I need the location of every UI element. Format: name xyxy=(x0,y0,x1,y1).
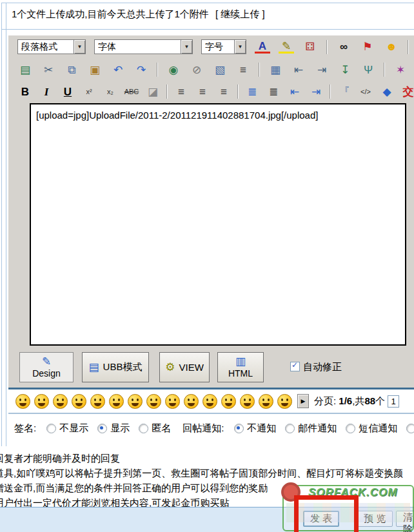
help-line: 回复者才能明确并及时的回复 xyxy=(0,451,414,466)
exchange-icon[interactable]: 交 xyxy=(400,84,414,99)
html-mode-button[interactable]: ▥ HTML xyxy=(217,352,264,382)
image-icon[interactable]: ▧ xyxy=(212,63,228,77)
dice-icon[interactable]: ⚃ xyxy=(302,40,318,54)
cell-properties-icon[interactable]: Ψ xyxy=(360,63,376,77)
preview-button[interactable]: 预 览 xyxy=(357,511,393,527)
emoticon-wink[interactable] xyxy=(128,394,143,409)
horizontal-rule-icon[interactable]: ≡ xyxy=(235,63,251,77)
autocorrect-checkbox[interactable] xyxy=(290,362,300,371)
font-size-value: 字号 xyxy=(205,41,223,53)
emoticon-rolling-eyes[interactable] xyxy=(165,394,180,409)
signature-radio-显示[interactable] xyxy=(97,424,107,433)
emoticon-big-grin[interactable] xyxy=(34,394,49,409)
emoticon-cry[interactable] xyxy=(259,394,273,409)
chevron-down-icon[interactable]: ▼ xyxy=(74,40,85,54)
table-icon[interactable]: ▦ xyxy=(268,63,283,77)
find-icon[interactable]: ∞ xyxy=(336,40,351,54)
security-shield-icon[interactable]: ◆ xyxy=(379,84,395,99)
design-mode-label: Design xyxy=(32,368,61,379)
quote-icon[interactable]: 『 xyxy=(337,84,352,99)
notify-radio-不通知[interactable] xyxy=(234,424,244,433)
emoticon-blush[interactable] xyxy=(72,394,86,409)
font-family-select[interactable]: 字体 ▼ xyxy=(94,39,193,54)
insert-row-icon[interactable]: ↧ xyxy=(337,63,353,77)
underline-icon[interactable]: U xyxy=(60,84,75,99)
chevron-down-icon[interactable]: ▼ xyxy=(181,40,192,54)
paragraph-format-select[interactable]: 段落格式 ▼ xyxy=(17,39,86,54)
emoticon-grimace[interactable] xyxy=(184,394,199,409)
continue-upload-link[interactable]: [ 继续上传 ] xyxy=(215,8,265,19)
emoticon-page-input[interactable] xyxy=(388,395,399,408)
align-center-icon[interactable]: ≡ xyxy=(195,84,210,99)
emoticon-pout[interactable] xyxy=(202,394,217,409)
emoticon-icon[interactable]: ☻ xyxy=(384,40,399,54)
toolbar-separator xyxy=(166,84,168,99)
font-color-icon[interactable]: A xyxy=(255,41,270,54)
unordered-list-icon[interactable]: ≣ xyxy=(266,84,281,99)
align-right-icon[interactable]: ≡ xyxy=(216,84,232,99)
emoticon-furious[interactable] xyxy=(109,394,124,409)
toolbar-row-3: BIUx²x₂ABC◪≡≡≡≣≣⇤⇥『</>◆交 xyxy=(17,84,414,99)
signature-radio-匿名[interactable] xyxy=(139,424,148,433)
copy-icon[interactable]: ⧉ xyxy=(64,63,79,77)
clear-button[interactable]: 清除 xyxy=(396,511,414,527)
merge-cells-icon[interactable]: ⇤ xyxy=(291,63,306,77)
flash-icon[interactable]: ✶ xyxy=(393,63,408,77)
toolbar-separator xyxy=(237,84,239,99)
signature-radio-不显示[interactable] xyxy=(46,424,56,433)
superscript-icon[interactable]: x² xyxy=(81,84,97,99)
ubb-mode-label: UBB模式 xyxy=(103,361,143,373)
code-icon[interactable]: </> xyxy=(358,84,373,99)
publish-button[interactable]: 发 表 xyxy=(303,511,339,527)
bold-icon[interactable]: B xyxy=(17,84,33,99)
cut-icon[interactable]: ✂ xyxy=(41,63,56,77)
toolbar-row-1: 段落格式 ▼ 字体 ▼ 字号 ▼ A✎⚃∞⚑☻ xyxy=(17,39,409,54)
eraser-icon[interactable]: ◪ xyxy=(145,84,161,99)
emoticon-shy[interactable] xyxy=(146,394,161,409)
indent-icon[interactable]: ⇥ xyxy=(308,84,324,99)
notify-radio-邮件通知[interactable] xyxy=(285,424,295,433)
emoticon-total-count: 88 xyxy=(364,395,375,406)
align-left-icon[interactable]: ≡ xyxy=(173,84,189,99)
emoticon-page-number: 1/6 xyxy=(339,395,352,406)
paste-icon[interactable]: ▣ xyxy=(87,63,103,77)
help-line: 道具,如吖噗鸡可以将帖子提升到第一页、救生圈可将帖子固顶部分时间、醒目灯可将标题… xyxy=(0,466,414,480)
notify-radio-短信通知[interactable] xyxy=(346,424,355,433)
outdent-icon[interactable]: ⇤ xyxy=(287,84,302,99)
ubb-mode-button[interactable]: ▤ UBB模式 xyxy=(82,352,149,382)
italic-icon[interactable]: I xyxy=(39,84,54,99)
emoticon-angry[interactable] xyxy=(240,394,255,409)
emoticon-cool[interactable] xyxy=(90,394,105,409)
notify-radio-label: 邮件通知 xyxy=(298,422,337,435)
emoticon-wave[interactable] xyxy=(221,394,236,409)
emoticon-astonished[interactable] xyxy=(277,394,292,409)
emoticon-bar: ▶ 分页: 1/6,共88个 xyxy=(8,389,414,413)
font-size-select[interactable]: 字号 ▼ xyxy=(201,39,246,54)
post-content-textarea[interactable]: [upload=jpg]UploadFile/2011-2/2011219114… xyxy=(30,103,406,346)
design-mode-button[interactable]: ✎ Design xyxy=(19,352,74,382)
notify-radio-label: 短信通知 xyxy=(359,422,397,435)
undo-icon[interactable]: ↶ xyxy=(110,63,126,77)
signature-radio-label: 显示 xyxy=(110,422,130,435)
emoticon-bar-divider xyxy=(8,413,414,414)
html-doc-icon: ▥ xyxy=(235,356,246,367)
dictionary-icon[interactable]: ⚑ xyxy=(360,40,375,54)
notify-radio-邮件[interactable] xyxy=(406,424,414,433)
emoticon-frown[interactable] xyxy=(53,394,68,409)
emoticon-laughing[interactable] xyxy=(15,394,30,409)
hyperlink-icon[interactable]: ◉ xyxy=(166,63,181,77)
ordered-list-icon[interactable]: ≣ xyxy=(244,84,260,99)
redo-icon[interactable]: ↷ xyxy=(133,63,149,77)
autocorrect-option: 自动修正 xyxy=(290,361,342,373)
emoticon-next-page-button[interactable]: ▶ xyxy=(297,394,309,408)
unlink-icon[interactable]: ⊘ xyxy=(189,63,204,77)
subscript-icon[interactable]: x₂ xyxy=(103,84,118,99)
strikethrough-icon[interactable]: ABC xyxy=(124,84,139,99)
view-mode-button[interactable]: ⚙ VIEW xyxy=(159,352,210,382)
toolbar-separator xyxy=(326,40,328,54)
split-cells-icon[interactable]: ⇥ xyxy=(314,63,330,77)
highlight-icon[interactable]: ✎ xyxy=(279,41,294,54)
toolbar-separator xyxy=(384,63,385,77)
new-document-icon[interactable]: ▤ xyxy=(17,63,33,77)
chevron-down-icon[interactable]: ▼ xyxy=(234,40,246,54)
